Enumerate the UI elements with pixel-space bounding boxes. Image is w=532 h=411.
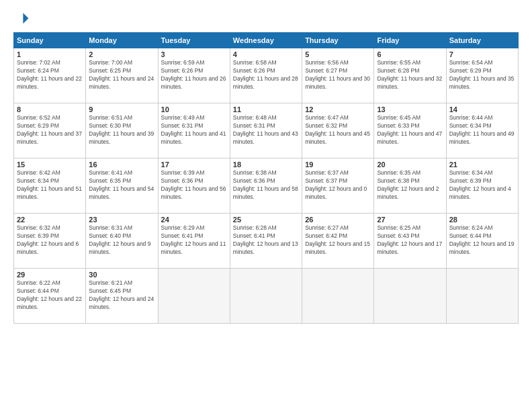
day-info: Sunrise: 6:31 AM Sunset: 6:40 PM Dayligh… [89, 224, 154, 257]
day-number: 17 [161, 161, 227, 169]
day-number: 23 [89, 216, 154, 224]
calendar-day-8: 8 Sunrise: 6:52 AM Sunset: 6:29 PM Dayli… [14, 103, 86, 158]
day-info: Sunrise: 6:39 AM Sunset: 6:36 PM Dayligh… [161, 169, 227, 201]
day-number: 29 [17, 271, 83, 279]
calendar-day-25: 25 Sunrise: 6:28 AM Sunset: 6:41 PM Dayl… [230, 214, 302, 269]
calendar-day-5: 5 Sunrise: 6:56 AM Sunset: 6:27 PM Dayli… [302, 48, 374, 103]
day-number: 16 [89, 161, 154, 169]
empty-cell [446, 269, 518, 324]
day-number: 24 [161, 216, 227, 224]
calendar-day-23: 23 Sunrise: 6:31 AM Sunset: 6:40 PM Dayl… [86, 214, 158, 269]
day-info: Sunrise: 6:58 AM Sunset: 6:26 PM Dayligh… [233, 59, 299, 91]
day-info: Sunrise: 6:35 AM Sunset: 6:38 PM Dayligh… [377, 169, 443, 201]
calendar-day-13: 13 Sunrise: 6:45 AM Sunset: 6:33 PM Dayl… [374, 103, 446, 158]
day-info: Sunrise: 6:44 AM Sunset: 6:34 PM Dayligh… [449, 114, 515, 146]
col-header-friday: Friday [374, 33, 446, 48]
col-header-saturday: Saturday [446, 33, 518, 48]
calendar-day-16: 16 Sunrise: 6:41 AM Sunset: 6:35 PM Dayl… [86, 158, 158, 214]
calendar-day-30: 30 Sunrise: 6:21 AM Sunset: 6:45 PM Dayl… [86, 269, 158, 324]
day-info: Sunrise: 6:27 AM Sunset: 6:42 PM Dayligh… [305, 224, 371, 257]
day-info: Sunrise: 6:55 AM Sunset: 6:28 PM Dayligh… [377, 59, 443, 91]
day-number: 11 [233, 105, 299, 113]
calendar-day-2: 2 Sunrise: 7:00 AM Sunset: 6:25 PM Dayli… [86, 48, 158, 103]
day-info: Sunrise: 6:37 AM Sunset: 6:37 PM Dayligh… [305, 169, 371, 201]
day-info: Sunrise: 6:51 AM Sunset: 6:30 PM Dayligh… [89, 114, 154, 146]
day-number: 1 [17, 50, 83, 58]
calendar-day-28: 28 Sunrise: 6:24 AM Sunset: 6:44 PM Dayl… [446, 214, 518, 269]
calendar-week-1: 1 Sunrise: 7:02 AM Sunset: 6:24 PM Dayli… [14, 48, 519, 103]
calendar-day-24: 24 Sunrise: 6:29 AM Sunset: 6:41 PM Dayl… [158, 214, 230, 269]
empty-cell [374, 269, 446, 324]
calendar-day-12: 12 Sunrise: 6:47 AM Sunset: 6:32 PM Dayl… [302, 103, 374, 158]
col-header-monday: Monday [86, 33, 158, 48]
calendar-week-3: 15 Sunrise: 6:42 AM Sunset: 6:34 PM Dayl… [14, 158, 519, 214]
day-info: Sunrise: 6:25 AM Sunset: 6:43 PM Dayligh… [377, 224, 443, 257]
day-info: Sunrise: 6:38 AM Sunset: 6:36 PM Dayligh… [233, 169, 299, 201]
day-info: Sunrise: 7:00 AM Sunset: 6:25 PM Dayligh… [89, 59, 154, 91]
page: SundayMondayTuesdayWednesdayThursdayFrid… [0, 0, 532, 411]
day-info: Sunrise: 6:59 AM Sunset: 6:26 PM Dayligh… [161, 59, 227, 91]
calendar-day-19: 19 Sunrise: 6:37 AM Sunset: 6:37 PM Dayl… [302, 158, 374, 214]
calendar-day-10: 10 Sunrise: 6:49 AM Sunset: 6:31 PM Dayl… [158, 103, 230, 158]
day-info: Sunrise: 6:41 AM Sunset: 6:35 PM Dayligh… [89, 169, 154, 201]
day-number: 27 [377, 216, 443, 224]
day-number: 18 [233, 161, 299, 169]
day-info: Sunrise: 6:22 AM Sunset: 6:44 PM Dayligh… [17, 279, 83, 312]
calendar-day-26: 26 Sunrise: 6:27 AM Sunset: 6:42 PM Dayl… [302, 214, 374, 269]
empty-cell [158, 269, 230, 324]
day-info: Sunrise: 6:48 AM Sunset: 6:31 PM Dayligh… [233, 114, 299, 146]
day-info: Sunrise: 6:42 AM Sunset: 6:34 PM Dayligh… [17, 169, 83, 201]
day-number: 2 [89, 50, 154, 58]
calendar-week-5: 29 Sunrise: 6:22 AM Sunset: 6:44 PM Dayl… [14, 269, 519, 324]
day-info: Sunrise: 6:21 AM Sunset: 6:45 PM Dayligh… [89, 279, 154, 312]
logo [13, 11, 32, 27]
calendar-day-14: 14 Sunrise: 6:44 AM Sunset: 6:34 PM Dayl… [446, 103, 518, 158]
day-number: 30 [89, 271, 154, 279]
calendar-day-20: 20 Sunrise: 6:35 AM Sunset: 6:38 PM Dayl… [374, 158, 446, 214]
day-number: 25 [233, 216, 299, 224]
day-info: Sunrise: 6:52 AM Sunset: 6:29 PM Dayligh… [17, 114, 83, 146]
day-number: 19 [305, 161, 371, 169]
calendar-day-9: 9 Sunrise: 6:51 AM Sunset: 6:30 PM Dayli… [86, 103, 158, 158]
day-number: 6 [377, 50, 443, 58]
day-info: Sunrise: 6:24 AM Sunset: 6:44 PM Dayligh… [449, 224, 515, 257]
day-number: 12 [305, 105, 371, 113]
calendar-header-row: SundayMondayTuesdayWednesdayThursdayFrid… [14, 33, 519, 48]
day-number: 20 [377, 161, 443, 169]
calendar-day-21: 21 Sunrise: 6:34 AM Sunset: 6:39 PM Dayl… [446, 158, 518, 214]
calendar-day-29: 29 Sunrise: 6:22 AM Sunset: 6:44 PM Dayl… [14, 269, 86, 324]
day-info: Sunrise: 6:47 AM Sunset: 6:32 PM Dayligh… [305, 114, 371, 146]
calendar-day-18: 18 Sunrise: 6:38 AM Sunset: 6:36 PM Dayl… [230, 158, 302, 214]
calendar-day-3: 3 Sunrise: 6:59 AM Sunset: 6:26 PM Dayli… [158, 48, 230, 103]
calendar-table: SundayMondayTuesdayWednesdayThursdayFrid… [13, 32, 519, 324]
col-header-wednesday: Wednesday [230, 33, 302, 48]
svg-marker-0 [23, 13, 28, 24]
empty-cell [302, 269, 374, 324]
day-number: 14 [449, 105, 515, 113]
day-info: Sunrise: 6:34 AM Sunset: 6:39 PM Dayligh… [449, 169, 515, 201]
col-header-sunday: Sunday [14, 33, 86, 48]
calendar-week-2: 8 Sunrise: 6:52 AM Sunset: 6:29 PM Dayli… [14, 103, 519, 158]
day-info: Sunrise: 6:49 AM Sunset: 6:31 PM Dayligh… [161, 114, 227, 146]
logo-icon [13, 11, 30, 27]
day-info: Sunrise: 6:28 AM Sunset: 6:41 PM Dayligh… [233, 224, 299, 257]
calendar-week-4: 22 Sunrise: 6:32 AM Sunset: 6:39 PM Dayl… [14, 214, 519, 269]
day-number: 5 [305, 50, 371, 58]
day-info: Sunrise: 6:56 AM Sunset: 6:27 PM Dayligh… [305, 59, 371, 91]
day-info: Sunrise: 6:54 AM Sunset: 6:29 PM Dayligh… [449, 59, 515, 91]
calendar-day-17: 17 Sunrise: 6:39 AM Sunset: 6:36 PM Dayl… [158, 158, 230, 214]
header [13, 11, 519, 27]
day-number: 3 [161, 50, 227, 58]
day-number: 21 [449, 161, 515, 169]
day-number: 26 [305, 216, 371, 224]
calendar-day-11: 11 Sunrise: 6:48 AM Sunset: 6:31 PM Dayl… [230, 103, 302, 158]
day-number: 22 [17, 216, 83, 224]
calendar-day-15: 15 Sunrise: 6:42 AM Sunset: 6:34 PM Dayl… [14, 158, 86, 214]
calendar-day-4: 4 Sunrise: 6:58 AM Sunset: 6:26 PM Dayli… [230, 48, 302, 103]
col-header-tuesday: Tuesday [158, 33, 230, 48]
day-info: Sunrise: 6:32 AM Sunset: 6:39 PM Dayligh… [17, 224, 83, 257]
day-number: 28 [449, 216, 515, 224]
day-number: 10 [161, 105, 227, 113]
calendar-day-1: 1 Sunrise: 7:02 AM Sunset: 6:24 PM Dayli… [14, 48, 86, 103]
day-number: 8 [17, 105, 83, 113]
